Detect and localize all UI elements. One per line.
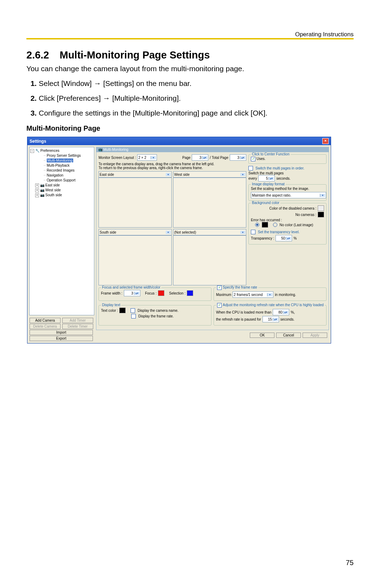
arrow-right-icon: → bbox=[94, 79, 101, 87]
subtitle: Multi-Monitoring Page bbox=[26, 124, 354, 132]
page-number: 75 bbox=[346, 559, 354, 567]
panel-title: 📺 Multi-Monitoring bbox=[96, 147, 329, 152]
chevron-down-icon: ▾ bbox=[240, 231, 245, 234]
tree-camera[interactable]: West side bbox=[45, 188, 61, 192]
textcolor-picker[interactable] bbox=[119, 308, 126, 313]
cell-select-1[interactable]: East side▾ bbox=[99, 171, 172, 178]
section-title: Multi-Monitoring Page Settings bbox=[60, 49, 210, 61]
totalpage-label: / Total Page bbox=[210, 156, 228, 160]
tree-item[interactable]: Operation Support bbox=[47, 178, 76, 182]
tree-item[interactable]: Proxy Server Settings bbox=[47, 154, 81, 157]
chevron-down-icon: ▾ bbox=[151, 156, 156, 159]
selection-color-picker[interactable] bbox=[187, 290, 193, 296]
step-3: Configure the settings in the [Multiple-… bbox=[39, 109, 354, 117]
cancel-button[interactable]: Cancel bbox=[276, 333, 301, 338]
switch-seconds-spinner[interactable]: ▴▾ bbox=[258, 175, 275, 181]
cell-select-2[interactable]: West side▾ bbox=[173, 171, 246, 178]
disabled-color-picker[interactable] bbox=[318, 205, 324, 211]
nocamera-color-picker[interactable] bbox=[318, 212, 324, 217]
focus-color-picker[interactable] bbox=[158, 290, 164, 296]
collapse-icon[interactable]: − bbox=[30, 149, 34, 153]
cpu-threshold-spinner[interactable]: ▴▾ bbox=[273, 309, 289, 315]
add-timer-button[interactable]: Add Timer bbox=[62, 318, 93, 323]
framerate-select[interactable]: 2 frames/1 second▾ bbox=[233, 291, 273, 298]
uses-checkbox[interactable]: ✓ bbox=[251, 157, 255, 161]
disp-rate-checkbox[interactable]: ✓ bbox=[131, 314, 136, 318]
arrow-right-icon: → bbox=[103, 94, 110, 102]
bg-legend: Background color bbox=[251, 201, 280, 205]
switch-checkbox[interactable]: ✓ bbox=[248, 166, 253, 171]
tree-item[interactable]: Multi-Playback bbox=[47, 163, 70, 167]
nocolor-radio[interactable] bbox=[273, 223, 277, 227]
cell-select-3[interactable]: South side▾ bbox=[99, 229, 172, 235]
imgfmt-legend: Image display format bbox=[251, 182, 286, 186]
adjust-checkbox[interactable]: ✓ bbox=[217, 303, 222, 308]
apply-button[interactable]: Apply bbox=[303, 333, 327, 338]
top-divider bbox=[26, 38, 354, 39]
delete-timer-button[interactable]: Delete Timer bbox=[62, 324, 93, 329]
frame-width-spinner[interactable]: ▴▾ bbox=[124, 290, 140, 296]
chevron-down-icon: ▾ bbox=[320, 194, 325, 197]
dialog-title: Settings bbox=[30, 139, 46, 144]
expand-icon[interactable]: + bbox=[35, 184, 39, 187]
tree-item-selected[interactable]: Multi-Monitoring bbox=[47, 159, 73, 162]
expand-icon[interactable]: + bbox=[35, 188, 39, 192]
error-color-radio[interactable] bbox=[255, 223, 259, 227]
tree-item[interactable]: Recorded Images bbox=[47, 168, 75, 172]
section-heading: 2.6.2Multi-Monitoring Page Settings bbox=[26, 49, 354, 61]
scaling-select[interactable]: Maintain the aspect ratio.▾ bbox=[251, 192, 326, 198]
preferences-tree[interactable]: −🔧 Preferences ┈ Proxy Server Settings ┈… bbox=[29, 147, 94, 315]
disp-name-checkbox[interactable]: ✓ bbox=[131, 308, 135, 313]
expand-icon[interactable]: + bbox=[35, 193, 39, 197]
pause-seconds-spinner[interactable]: ▴▾ bbox=[262, 316, 279, 322]
specrate-checkbox[interactable]: ✓ bbox=[217, 285, 222, 290]
add-camera-button[interactable]: Add Camera bbox=[30, 318, 61, 323]
settings-dialog: Settings × −🔧 Preferences ┈ Proxy Server… bbox=[27, 137, 331, 343]
specrate-legend: ✓Specify the frame rate bbox=[216, 285, 258, 290]
tree-item[interactable]: Navigation bbox=[47, 173, 63, 177]
transparency-checkbox[interactable]: ✓ bbox=[251, 230, 255, 234]
close-button[interactable]: × bbox=[322, 138, 329, 144]
hint-text: To enlarge the camera display area, drag… bbox=[99, 162, 246, 170]
chevron-down-icon: ▾ bbox=[166, 231, 171, 234]
camera-grid: East side▾ West side▾ South side▾ bbox=[99, 171, 246, 285]
adjust-legend: ✓Adjust the monitoring refresh rate when… bbox=[216, 303, 325, 308]
page-label: Page bbox=[182, 156, 190, 160]
chevron-down-icon: ▾ bbox=[267, 293, 272, 296]
disp-legend: Display text bbox=[101, 303, 121, 307]
import-button[interactable]: Import bbox=[30, 330, 93, 335]
tree-camera[interactable]: East side bbox=[45, 183, 60, 187]
chevron-down-icon: ▾ bbox=[240, 173, 245, 176]
cell-select-4[interactable]: (Not selected)▾ bbox=[173, 229, 246, 235]
step-2: Click [Preferences] → [Multiple-Monitori… bbox=[39, 94, 354, 103]
section-number: 2.6.2 bbox=[26, 49, 49, 61]
export-button[interactable]: Export bbox=[30, 336, 93, 341]
page-spinner[interactable]: ▴▾ bbox=[192, 154, 208, 161]
chevron-down-icon: ▾ bbox=[166, 173, 171, 176]
center-legend: Click to Center Function bbox=[251, 152, 291, 156]
intro-text: You can change the camera layout from th… bbox=[26, 64, 354, 73]
layout-label: Monitor Screen Layout : bbox=[99, 156, 136, 160]
totalpage-spinner[interactable]: ▴▾ bbox=[230, 154, 246, 161]
step-1: Select [Window] → [Settings] on the menu… bbox=[39, 79, 354, 88]
layout-select[interactable]: 2 × 2▾ bbox=[137, 154, 157, 161]
frame-legend: Focus and selected frame width/color bbox=[101, 285, 162, 289]
error-color-picker[interactable] bbox=[262, 222, 268, 228]
breadcrumb: Operating Instructions bbox=[295, 31, 354, 38]
transparency-spinner[interactable]: ▴▾ bbox=[276, 235, 292, 241]
ok-button[interactable]: OK bbox=[250, 333, 274, 338]
tree-camera[interactable]: South side bbox=[45, 193, 62, 197]
delete-camera-button[interactable]: Delete Camera bbox=[30, 324, 61, 329]
